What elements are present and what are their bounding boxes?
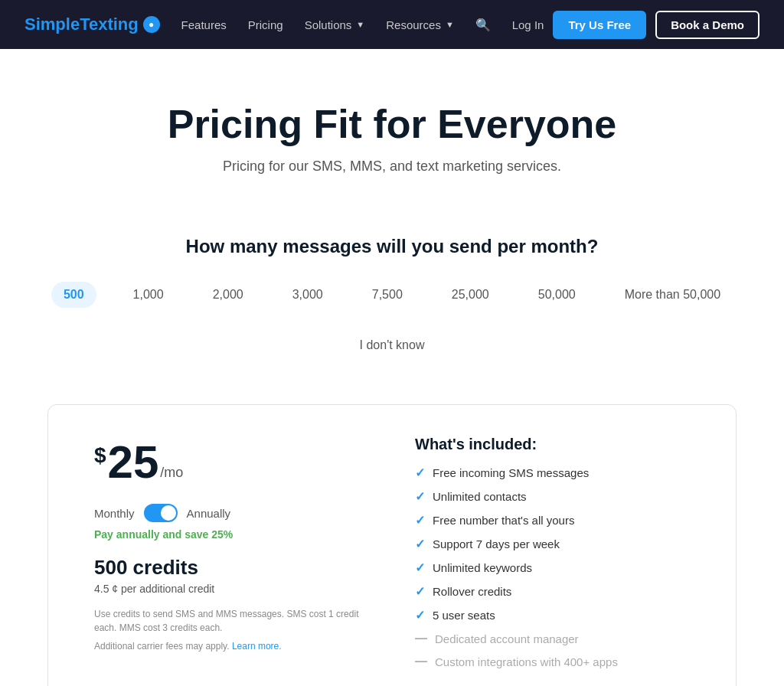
billing-toggle-switch[interactable] — [144, 504, 178, 522]
feature-free-sms: ✓ Free incoming SMS messages — [415, 466, 690, 480]
feature-free-number: ✓ Free number that's all yours — [415, 513, 690, 528]
pricing-left: $ 25 /mo Monthly Annually Pay annually a… — [94, 436, 369, 652]
nav-links: Features Pricing Solutions ▼ Resources ▼… — [181, 18, 491, 32]
credits-subtitle: 4.5 ¢ per additional credit — [94, 583, 369, 595]
check-icon: ✓ — [415, 466, 425, 480]
option-500[interactable]: 500 — [51, 282, 96, 308]
nav-features[interactable]: Features — [181, 18, 227, 31]
hero-subtitle: Pricing for our SMS, MMS, and text marke… — [15, 158, 769, 175]
chevron-down-icon: ▼ — [446, 20, 454, 29]
nav-resources[interactable]: Resources ▼ — [386, 18, 454, 31]
currency-symbol: $ — [94, 443, 106, 468]
credits-title: 500 credits — [94, 556, 369, 580]
nav-try-free-button[interactable]: Try Us Free — [553, 11, 646, 39]
book-demo-button[interactable]: Book a Demo — [655, 11, 760, 39]
check-icon: ✓ — [415, 608, 425, 622]
price-display: $ 25 /mo — [94, 436, 369, 488]
feature-support: ✓ Support 7 days per week — [415, 537, 690, 551]
option-50000[interactable]: 50,000 — [526, 282, 588, 308]
check-icon: ✓ — [415, 560, 425, 575]
check-icon: ✓ — [415, 489, 425, 504]
dash-icon: — — [415, 632, 427, 645]
option-more-50000[interactable]: More than 50,000 — [612, 282, 733, 308]
check-icon: ✓ — [415, 584, 425, 599]
feature-account-manager: — Dedicated account manager — [415, 632, 690, 645]
login-link[interactable]: Log In — [512, 18, 544, 31]
billing-toggle: Monthly Annually — [94, 504, 369, 522]
billing-annually-label: Annually — [187, 507, 231, 520]
chevron-down-icon: ▼ — [356, 20, 364, 29]
logo-text: SimpleTexting — [24, 15, 139, 34]
nav-pricing[interactable]: Pricing — [248, 18, 283, 31]
hero-title: Pricing Fit for Everyone — [15, 103, 769, 146]
toggle-knob — [161, 505, 176, 521]
option-2000[interactable]: 2,000 — [201, 282, 256, 308]
per-month-label: /mo — [160, 465, 183, 481]
option-3000[interactable]: 3,000 — [280, 282, 335, 308]
option-dont-know[interactable]: I don't know — [348, 332, 437, 358]
check-icon: ✓ — [415, 513, 425, 528]
check-icon: ✓ — [415, 537, 425, 551]
feature-unlimited-contacts: ✓ Unlimited contacts — [415, 489, 690, 504]
brand-logo[interactable]: SimpleTexting ● — [24, 15, 160, 34]
pricing-container: $ 25 /mo Monthly Annually Pay annually a… — [0, 404, 784, 686]
feature-rollover: ✓ Rollover credits — [415, 584, 690, 599]
learn-more-link[interactable]: Learn more. — [232, 641, 282, 652]
option-7500[interactable]: 7,500 — [360, 282, 415, 308]
feature-custom-integrations: — Custom integrations with 400+ apps — [415, 655, 690, 668]
messages-section: How many messages will you send per mont… — [0, 205, 784, 374]
whats-included-title: What's included: — [415, 436, 690, 453]
message-options: 500 1,000 2,000 3,000 7,500 25,000 50,00… — [15, 282, 769, 358]
feature-unlimited-keywords: ✓ Unlimited keywords — [415, 560, 690, 575]
option-1000[interactable]: 1,000 — [121, 282, 176, 308]
logo-icon: ● — [143, 16, 160, 33]
billing-monthly-label: Monthly — [94, 507, 135, 520]
search-icon[interactable]: 🔍 — [475, 18, 491, 32]
navbar-actions: Log In Try Us Free Book a Demo — [512, 11, 760, 39]
nav-solutions[interactable]: Solutions ▼ — [305, 18, 365, 31]
feature-user-seats: ✓ 5 user seats — [415, 608, 690, 622]
credits-fees: Additional carrier fees may apply. Learn… — [94, 641, 369, 652]
dash-icon: — — [415, 655, 427, 668]
messages-question: How many messages will you send per mont… — [15, 236, 769, 257]
feature-list: ✓ Free incoming SMS messages ✓ Unlimited… — [415, 466, 690, 668]
price-value: 25 — [108, 436, 159, 488]
save-text: Pay annually and save 25% — [94, 528, 369, 541]
option-25000[interactable]: 25,000 — [439, 282, 501, 308]
pricing-card: $ 25 /mo Monthly Annually Pay annually a… — [47, 404, 737, 686]
credits-note: Use credits to send SMS and MMS messages… — [94, 607, 369, 635]
hero-section: Pricing Fit for Everyone Pricing for our… — [0, 49, 784, 205]
navbar: SimpleTexting ● Features Pricing Solutio… — [0, 0, 784, 49]
pricing-right: What's included: ✓ Free incoming SMS mes… — [415, 436, 690, 668]
